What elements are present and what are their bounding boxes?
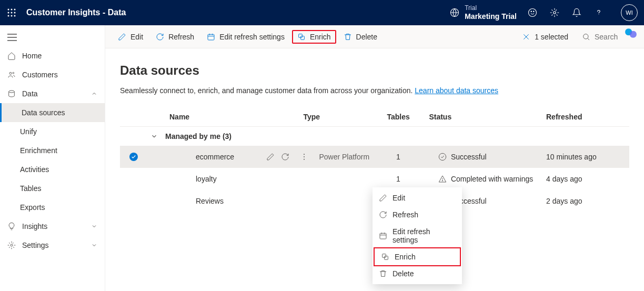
- search-icon: [582, 33, 590, 41]
- sidebar-item-tables[interactable]: Tables: [0, 179, 105, 198]
- column-header-type[interactable]: Type: [303, 113, 387, 121]
- svg-point-0: [8, 9, 9, 11]
- svg-point-31: [304, 159, 305, 160]
- svg-point-29: [304, 154, 305, 155]
- sidebar-item-customers[interactable]: Customers: [0, 65, 105, 84]
- sidebar-item-data-sources[interactable]: Data sources: [0, 103, 105, 122]
- svg-point-27: [583, 34, 588, 38]
- customers-icon: [7, 71, 16, 79]
- svg-rect-38: [385, 256, 388, 260]
- clear-selection-button[interactable]: 1 selected: [517, 29, 573, 44]
- smile-icon[interactable]: [527, 7, 538, 18]
- svg-point-11: [531, 11, 532, 12]
- row-name: loyalty: [196, 175, 217, 183]
- learn-link[interactable]: Learn about data sources: [415, 86, 498, 95]
- enrich-icon: [297, 33, 306, 41]
- row-name: Reviews: [196, 197, 224, 205]
- sidebar-item-label: Insights: [22, 222, 47, 230]
- clear-icon: [522, 33, 530, 41]
- svg-point-12: [534, 11, 535, 12]
- svg-point-18: [9, 72, 12, 74]
- svg-point-13: [554, 12, 556, 14]
- row-type: Power Platform: [319, 153, 396, 161]
- edit-icon: [118, 33, 126, 41]
- svg-point-6: [8, 15, 9, 17]
- sidebar-item-label: Enrichment: [20, 146, 57, 155]
- svg-rect-23: [299, 34, 303, 37]
- svg-point-19: [13, 72, 14, 74]
- app-launcher-icon[interactable]: [6, 7, 17, 18]
- row-status: Completed with warnings: [451, 175, 533, 183]
- column-header-status[interactable]: Status: [429, 113, 546, 121]
- menu-item-edit-refresh-settings[interactable]: Edit refresh settings: [373, 223, 462, 248]
- edit-button[interactable]: Edit: [113, 29, 148, 44]
- edit-icon[interactable]: [266, 153, 275, 161]
- refresh-icon[interactable]: [281, 153, 289, 161]
- sidebar-item-label: Data sources: [22, 108, 65, 117]
- avatar[interactable]: WI: [621, 4, 638, 21]
- sidebar-item-label: Tables: [20, 184, 41, 193]
- chevron-down-icon: [91, 223, 97, 229]
- menu-item-refresh[interactable]: Refresh: [373, 206, 462, 223]
- svg-point-1: [11, 9, 13, 11]
- sidebar-item-insights[interactable]: Insights: [0, 217, 105, 236]
- data-icon: [7, 89, 16, 98]
- help-icon[interactable]: [593, 7, 604, 18]
- trash-icon: [344, 33, 352, 41]
- sidebar-item-activities[interactable]: Activities: [0, 160, 105, 179]
- svg-point-8: [14, 15, 16, 17]
- sidebar-item-label: Home: [22, 52, 42, 60]
- svg-rect-37: [383, 254, 386, 258]
- column-header-name[interactable]: Name: [169, 113, 303, 121]
- sidebar-item-home[interactable]: Home: [0, 46, 105, 65]
- gear-icon: [7, 241, 16, 249]
- menu-item-enrich[interactable]: Enrich: [374, 247, 461, 266]
- row-refreshed: 10 minutes ago: [546, 153, 620, 161]
- context-menu: Edit Refresh Edit refresh settings Enric…: [373, 187, 462, 284]
- column-header-tables[interactable]: Tables: [387, 113, 429, 121]
- trash-icon: [379, 269, 387, 278]
- svg-rect-22: [208, 34, 214, 40]
- page-description: Seamlessly connect to, enrich, and manag…: [120, 86, 629, 95]
- sidebar-item-label: Exports: [20, 203, 45, 212]
- table-row[interactable]: loyalty1Completed with warnings4 days ag…: [120, 168, 629, 190]
- menu-item-edit[interactable]: Edit: [373, 189, 462, 206]
- environment-picker[interactable]: Trial Marketing Trial: [450, 4, 517, 21]
- column-header-refreshed[interactable]: Refreshed: [546, 113, 620, 121]
- delete-button[interactable]: Delete: [338, 29, 383, 44]
- sidebar-item-settings[interactable]: Settings: [0, 236, 105, 255]
- copilot-icon[interactable]: [624, 26, 639, 41]
- svg-point-2: [14, 9, 16, 11]
- row-refreshed: 2 days ago: [546, 197, 620, 205]
- hamburger-icon[interactable]: [0, 28, 105, 46]
- menu-item-delete[interactable]: Delete: [373, 265, 462, 282]
- sidebar-item-label: Data: [22, 89, 38, 98]
- row-selected-indicator[interactable]: [129, 153, 138, 161]
- sidebar-item-data[interactable]: Data: [0, 84, 105, 103]
- bell-icon[interactable]: [571, 7, 582, 18]
- sidebar-item-unify[interactable]: Unify: [0, 122, 105, 141]
- warning-icon: [438, 175, 447, 183]
- insights-icon: [7, 222, 16, 230]
- gear-icon[interactable]: [549, 7, 560, 18]
- sidebar-item-exports[interactable]: Exports: [0, 198, 105, 217]
- globe-icon: [450, 8, 459, 17]
- sidebar: Home Customers Data Data sources Unify E…: [0, 25, 105, 291]
- refresh-button[interactable]: Refresh: [150, 29, 199, 44]
- enrich-icon: [381, 253, 389, 261]
- more-icon[interactable]: [300, 153, 308, 161]
- svg-rect-36: [380, 233, 386, 239]
- svg-line-28: [588, 38, 589, 39]
- row-status: Successful: [451, 153, 487, 161]
- edit-refresh-settings-button[interactable]: Edit refresh settings: [202, 29, 290, 44]
- top-bar: Customer Insights - Data Trial Marketing…: [0, 0, 644, 25]
- enrich-button[interactable]: Enrich: [292, 30, 336, 44]
- sidebar-item-label: Customers: [22, 71, 58, 79]
- sidebar-item-enrichment[interactable]: Enrichment: [0, 141, 105, 160]
- sidebar-item-label: Activities: [20, 165, 49, 174]
- calendar-settings-icon: [379, 232, 387, 240]
- chevron-down-icon[interactable]: [150, 133, 158, 140]
- refresh-icon: [379, 210, 387, 219]
- env-name: Marketing Trial: [465, 12, 517, 21]
- table-row[interactable]: ecommercePower Platform1Successful10 min…: [120, 146, 629, 168]
